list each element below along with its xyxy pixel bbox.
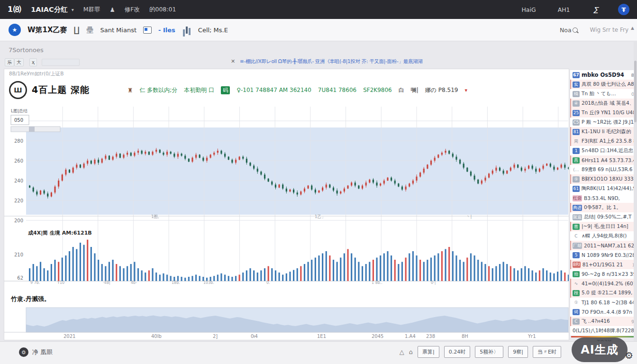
list-item[interactable]: 8RI81+O1/19G1 21) xyxy=(570,260,636,269)
list-item[interactable]: 61陶R8K(U1 14)42/44),9,848 xyxy=(570,184,636,193)
list-item[interactable]: 周F3(R肛 A1上6 23.5.8 8BH xyxy=(570,136,636,146)
list-item-label: ∧帽 人94纹局,8(8() xyxy=(582,233,627,239)
bar-chart-icon[interactable] xyxy=(186,27,188,34)
svg-text:L图|总结: L图|总结 xyxy=(11,109,27,113)
list-item[interactable]: ⑤B财X1O1O 18XU 333.0 8X() xyxy=(570,174,636,184)
list-item[interactable]: 典进0争587。比 1。 xyxy=(570,203,636,212)
stock-stat-5: 7U841 78606 xyxy=(318,87,356,93)
stock-stat-2: 本初勤明 口 xyxy=(184,86,214,94)
list-item-label: 6Hrs11 A4 53.73.73.499 xyxy=(582,157,636,163)
bottom-toolbar-button-2[interactable]: 票算| xyxy=(418,346,439,358)
list-item[interactable]: 25Tn 丘(9 YN1 10/G U485 xyxy=(570,108,636,118)
list-item-badge: C xyxy=(573,318,580,325)
list-item-badge: 实 xyxy=(573,82,580,88)
close-icon[interactable]: ✕ xyxy=(231,58,235,64)
list-item[interactable]: 67mbko Os5D948 xyxy=(570,70,636,80)
chevron-down-icon[interactable]: ▾ xyxy=(72,7,74,12)
svg-text:200: 200 xyxy=(14,218,23,223)
bottom-toolbar-button-0[interactable]: △ xyxy=(400,348,404,355)
bottom-status-bar: ❂ 净 凰眼 △⌂票算|0.24时5额补〉9察|当〃E时 xyxy=(0,341,637,364)
stock-name[interactable]: 4百上题 深能 xyxy=(32,84,90,96)
svg-text:Yr1: Yr1 xyxy=(528,334,536,339)
list-item-label: P 殿 ~1R2比 强2 J9.J10 xyxy=(582,119,636,126)
scroll-up-icon[interactable]: ▲ xyxy=(631,26,634,30)
bottom-toolbar-button-1[interactable]: ⌂ xyxy=(409,348,413,355)
toolbar-item-files[interactable]: - Iles xyxy=(158,27,175,34)
toolbar-item-market[interactable]: Sant Mianst xyxy=(100,27,136,34)
section-label: 7Sortonoes xyxy=(9,46,44,54)
stock-stats-row: ♜仁 多数以内;分本初勤明 口码♀-101 748847 AM 3621407U… xyxy=(127,86,467,94)
list-item[interactable]: 绢Tn 胎 丶ても…0 xyxy=(570,89,636,99)
pin-icon[interactable]: ∐ xyxy=(74,25,80,35)
nav-item-1[interactable]: M群罪 xyxy=(83,6,100,14)
svg-text:1E1: 1E1 xyxy=(317,334,326,339)
filter-icon-3[interactable]: ҳ xyxy=(29,58,37,66)
home-icon[interactable]: ★ xyxy=(9,24,21,36)
list-item[interactable]: C飞 ..4?н4169 xyxy=(570,317,636,326)
legend-slider-handle xyxy=(29,127,35,132)
filter-icon-2[interactable]: 大 xyxy=(14,58,24,66)
list-item[interactable]: 段5.0 提 ⑤21二4 1899, xyxy=(570,288,636,298)
svg-text:0.: 0. xyxy=(266,281,270,285)
list-item-label: F3(R肛 A1上6 23.5.8 8BH xyxy=(582,138,636,145)
svg-text:2045: 2045 xyxy=(372,334,383,339)
list-item[interactable]: 昌6Hrs11 A4 53.73.73.499 xyxy=(570,155,636,165)
list-item[interactable]: ④2018△怡县 域 英岳4、1(」 xyxy=(570,99,636,108)
workspace-title[interactable]: W第1X乙赛 xyxy=(27,26,67,35)
nav-right-2[interactable]: AH1 xyxy=(558,6,570,13)
list-item-label: B3:53.4L N9D, xyxy=(584,195,620,201)
list-item[interactable]: C5P 殿 ~1R2比 强2 J9.J10 xyxy=(570,118,636,127)
svg-text:丶|: 丶| xyxy=(466,214,472,219)
status-left-group: ❂ 净 凰眼 xyxy=(19,347,53,357)
vertical-scrollbar[interactable] xyxy=(634,42,637,364)
chart-note: 竹隶.丹溅强。 xyxy=(10,295,50,302)
breadcrumb: 8B/1ReУm如tr(0/上证B xyxy=(9,71,64,77)
svg-text:0·|: 0·| xyxy=(431,281,436,285)
list-item[interactable]: 81K1-1NU li 毛纪刘森的 xyxy=(570,127,636,136)
nav-right-1[interactable]: HaiG xyxy=(521,6,536,13)
search-control[interactable]: Noa xyxy=(560,27,578,34)
filter-icon-1[interactable]: 乐 xyxy=(5,58,14,66)
nav-item-3[interactable]: 的008:01 xyxy=(149,6,176,14)
list-item[interactable]: 鼠返总结| 09:50%二,#,T xyxy=(570,212,636,222)
signal-icon[interactable]: ∑ xyxy=(594,6,598,13)
scrollbar-thumb[interactable] xyxy=(634,61,637,122)
list-item[interactable]: 15∩48D 口:1H4,近总忠 8391 xyxy=(570,146,636,155)
list-item[interactable]: ①TJ1 80 6.18 ~2(3B 44∧ xyxy=(570,298,636,307)
list-item-badge: C xyxy=(573,233,580,239)
list-item[interactable]: 5N 1089 9Nr9 E0.3//280 xyxy=(570,250,636,260)
svg-text:220: 220 xyxy=(14,198,23,203)
person-icon[interactable]: ♟ xyxy=(110,6,115,13)
list-item[interactable]: ∿41=0((4)194.2% (60) xyxy=(570,279,636,288)
list-item[interactable]: C∧帽 人94纹局,8(8() xyxy=(570,231,636,241)
list-item-badge: 红袋 xyxy=(573,195,582,201)
toolbar-right-group: Noa Wig Srr te Fry xyxy=(560,27,628,34)
list-item[interactable]: (…89鸢8 69 n|LU,53R.6 HY) xyxy=(570,165,636,174)
list-item[interactable]: 厂胡2011~NAM7,а11 6285 xyxy=(570,241,636,250)
bottom-toolbar-button-3[interactable]: 0.24时 xyxy=(444,346,471,358)
bottom-toolbar-button-4[interactable]: 5额补〉 xyxy=(475,346,503,358)
nav-item-2[interactable]: 修F改 xyxy=(125,6,140,14)
price-volume-chart[interactable]: 05028026024022020021062成4X|简 生境 AM:6121B… xyxy=(4,105,569,340)
list-item[interactable]: 词7O F9Oл..4.4.(8 97n xyxy=(570,307,636,317)
list-item-label: 陶R8K(U1 14)42/44),9,848 xyxy=(582,185,636,192)
stamp-icon: 壘 xyxy=(86,26,93,35)
list-item-badge: 词 xyxy=(573,309,580,315)
list-item[interactable]: 实具双 80 级七列让么 A85 xyxy=(570,80,636,89)
svg-text:Y10: Y10 xyxy=(57,281,64,285)
user-avatar[interactable]: Ŧ xyxy=(618,4,629,15)
list-item[interactable]: 凿|~9| 毛,生日日 14n] xyxy=(570,222,636,231)
bottom-toolbar-button-5[interactable]: 9察| xyxy=(508,346,528,358)
bottom-toolbar-button-6[interactable]: 当〃E时 xyxy=(533,346,561,358)
checkbox-icon[interactable] xyxy=(143,27,152,34)
brand-title[interactable]: 1AIAC分红 xyxy=(31,5,68,14)
list-item[interactable]: 红袋B3:53.4L N9D, xyxy=(570,193,636,203)
list-item[interactable]: 0(L/1S)八1时48牌.8(72283.) xyxy=(570,326,636,336)
svg-text:9 7b.: 9 7b. xyxy=(30,281,40,285)
watchlist-sidebar: 67mbko Os5D948实具双 80 级七列让么 A85绢Tn 胎 丶ても…… xyxy=(570,70,636,339)
stock-stat-6: SF2K9806 xyxy=(363,87,392,93)
filter-input[interactable] xyxy=(42,59,80,66)
toolbar-item-cell[interactable]: Cell; Ms.E xyxy=(198,27,228,34)
list-item[interactable]: 抬90-~2g 8 n/31×23 398 xyxy=(570,269,636,279)
news-ticker[interactable]: ≡-棚比//X即レoll Ω琴的-╫-瑯巅爪- 亚洲《丰咀(-8|1投对 芥: … xyxy=(240,58,481,65)
